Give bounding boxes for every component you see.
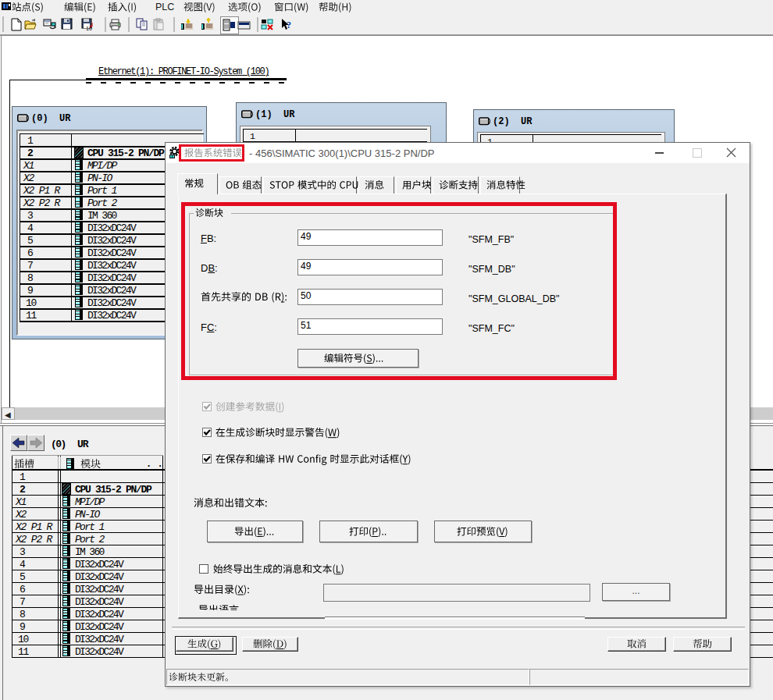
svg-text:?: ? [287,20,291,30]
